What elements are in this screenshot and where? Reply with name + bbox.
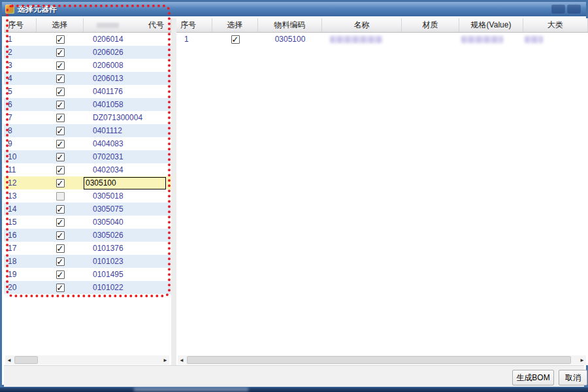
row-index: 6 (4, 100, 37, 109)
row-index: 19 (4, 270, 37, 279)
row-code: 0206014 (84, 35, 171, 44)
close-button[interactable] (567, 5, 581, 14)
left-table-row[interactable]: 1✓0206014 (4, 33, 171, 46)
checkbox-cell: ✓ (37, 61, 84, 70)
row-code: 0101023 (84, 257, 171, 266)
row-checkbox[interactable]: ✓ (56, 205, 65, 214)
right-horizontal-scrollbar[interactable]: ◄ ► (178, 355, 586, 365)
column-header-material-code[interactable]: 物料编码 (258, 18, 322, 32)
panel-splitter[interactable] (171, 18, 176, 365)
column-header-spec-value[interactable]: 规格(Value) (459, 18, 523, 32)
row-index: 5 (4, 87, 37, 96)
row-checkbox[interactable]: ✓ (56, 88, 65, 96)
checkbox-cell: ✓ (37, 257, 84, 266)
cell-editor[interactable]: 0305100 (84, 177, 166, 189)
left-table-row[interactable]: 3✓0206008 (4, 59, 171, 72)
scrollbar-thumb[interactable] (187, 356, 571, 364)
row-checkbox[interactable]: ✓ (56, 74, 65, 83)
row-checkbox[interactable]: ✓ (56, 284, 65, 292)
row-spec-value (459, 33, 523, 46)
left-horizontal-scrollbar[interactable]: ◄ ► (5, 355, 169, 365)
left-table-row[interactable]: 5✓0401176 (4, 85, 171, 98)
left-table-row[interactable]: 11✓0402034 (4, 163, 171, 176)
row-checkbox[interactable]: ✓ (56, 140, 65, 148)
redaction-blur (330, 36, 382, 43)
checkbox-cell: ✓ (37, 88, 84, 96)
left-table-row[interactable]: 15✓0305040 (4, 216, 171, 229)
left-table-row[interactable]: 19✓0101495 (4, 268, 171, 281)
titlebar[interactable]: 选择元器件 (2, 2, 586, 16)
column-header-material[interactable]: 材质 (402, 18, 459, 32)
row-code: DZ071300004 (84, 113, 171, 122)
left-table-row[interactable]: 6✓0401058 (4, 98, 171, 111)
redaction-blur (525, 36, 543, 43)
left-table-row[interactable]: 14✓0305075 (4, 203, 171, 216)
row-checkbox[interactable]: ✓ (56, 48, 65, 57)
row-checkbox[interactable]: ✓ (56, 231, 65, 240)
scrollbar-track[interactable] (13, 355, 161, 365)
checkbox-cell: ✓ (37, 74, 84, 83)
left-table-row[interactable]: 12✓0305100 (4, 176, 171, 189)
column-header-index[interactable]: 序号 (4, 18, 37, 32)
row-index: 13 (4, 191, 37, 201)
left-table-row[interactable]: 8✓0401112 (4, 124, 171, 137)
row-checkbox[interactable]: ✓ (56, 179, 65, 188)
checkbox-cell: ✓ (37, 35, 84, 44)
left-table-row[interactable]: 17✓0101376 (4, 242, 171, 255)
left-table-row[interactable]: 2✓0206026 (4, 46, 171, 59)
row-checkbox[interactable]: ✓ (56, 127, 65, 135)
row-checkbox[interactable]: ✓ (56, 218, 65, 227)
row-checkbox[interactable]: ✓ (56, 61, 65, 70)
row-checkbox[interactable]: ✓ (56, 270, 65, 279)
checkbox-cell: ✓ (37, 284, 84, 292)
minimize-button[interactable] (551, 5, 565, 14)
scroll-right-arrow-icon[interactable]: ► (578, 355, 586, 365)
scroll-right-arrow-icon[interactable]: ► (161, 355, 169, 365)
left-table-row[interactable]: 4✓0206013 (4, 72, 171, 85)
scroll-left-arrow-icon[interactable]: ◄ (5, 355, 13, 365)
row-code: 0404083 (84, 139, 171, 148)
left-table-row[interactable]: 9✓0404083 (4, 137, 171, 150)
checkbox-cell: ✓ (37, 140, 84, 148)
app-icon (5, 5, 14, 14)
column-header-index[interactable]: 序号 (176, 18, 212, 32)
row-checkbox[interactable]: ✓ (231, 35, 240, 44)
column-header-code[interactable]: 代号 (84, 18, 171, 32)
checkbox-cell: ✓ (212, 33, 258, 46)
row-checkbox[interactable]: ✓ (56, 114, 65, 122)
row-checkbox[interactable]: ✓ (56, 244, 65, 253)
column-header-select[interactable]: 选择 (212, 18, 258, 32)
checkbox-cell: ✓ (37, 205, 84, 214)
left-table-row[interactable]: 18✓0101023 (4, 255, 171, 268)
column-header-name[interactable]: 名称 (322, 18, 402, 32)
checkbox-cell: ✓ (37, 48, 84, 57)
left-table-row[interactable]: 7✓DZ071300004 (4, 111, 171, 124)
row-checkbox[interactable]: ✓ (56, 166, 65, 174)
row-checkbox[interactable]: ✓ (56, 153, 65, 161)
scrollbar-thumb[interactable] (14, 356, 38, 364)
row-code: 0305040 (84, 218, 171, 227)
row-index: 17 (4, 244, 37, 253)
row-code: 0206026 (84, 48, 171, 57)
row-checkbox[interactable]: ✓ (56, 101, 65, 109)
checkbox-cell: ✓ (37, 127, 84, 135)
cancel-button[interactable]: 取消 (559, 370, 587, 385)
scroll-left-arrow-icon[interactable]: ◄ (178, 355, 186, 365)
titlebar-buttons (551, 5, 581, 14)
checkbox-cell: ✓ (37, 101, 84, 109)
left-table-row[interactable]: 10✓0702031 (4, 150, 171, 163)
taskbar-strip (0, 387, 588, 392)
dialog-window: 选择元器件 序号 选择 代号 1✓02060142✓02060263✓02060… (0, 0, 588, 387)
checkbox-cell: ✓ (37, 218, 84, 227)
left-table-row[interactable]: 130305018 (4, 189, 171, 203)
left-table-row[interactable]: 16✓0305026 (4, 229, 171, 242)
generate-bom-button[interactable]: 生成BOM (512, 370, 554, 385)
scrollbar-track[interactable] (186, 355, 578, 365)
row-checkbox[interactable] (56, 192, 65, 201)
left-table-row[interactable]: 20✓0101022 (4, 281, 171, 294)
column-header-select[interactable]: 选择 (37, 18, 84, 32)
column-header-category[interactable]: 大类 (523, 18, 588, 32)
row-checkbox[interactable]: ✓ (56, 257, 65, 266)
row-checkbox[interactable]: ✓ (56, 35, 65, 44)
right-table-row[interactable]: 1✓0305100 (176, 33, 588, 46)
